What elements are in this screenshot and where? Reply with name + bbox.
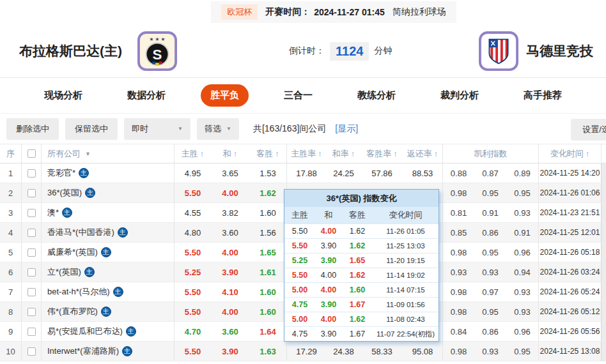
header-home-rate[interactable]: 主胜率↑ bbox=[286, 144, 326, 163]
row-number: 7 bbox=[0, 282, 21, 301]
tab-live-analysis[interactable]: 现场分析 bbox=[35, 84, 92, 107]
tab-referee-analysis[interactable]: 裁判分析 bbox=[431, 84, 488, 107]
keep-selected-button[interactable]: 保留选中 bbox=[65, 118, 118, 140]
change-time-cell: 2024-11-26 01:06 bbox=[538, 183, 601, 202]
row-action-cut[interactable] bbox=[601, 183, 606, 202]
row-action-cut[interactable] bbox=[601, 302, 606, 321]
draw-odds-cell: 3.60 bbox=[211, 322, 249, 341]
popup-draw-odds: 3.90 bbox=[315, 256, 342, 265]
company-cell[interactable]: 伟*(直布罗陀)主 bbox=[41, 302, 174, 321]
popup-away-odds: 1.65 bbox=[342, 256, 373, 265]
company-name: 易*(安提瓜和巴布达) bbox=[47, 326, 123, 337]
row-action-cut[interactable] bbox=[601, 243, 606, 262]
popup-header-1: 和 bbox=[315, 209, 342, 221]
row-checkbox[interactable] bbox=[27, 308, 36, 316]
row-checkbox[interactable] bbox=[27, 328, 36, 336]
tab-three-in-one[interactable]: 三合一 bbox=[274, 84, 322, 107]
header-checkbox-cell bbox=[21, 144, 41, 163]
company-cell[interactable]: 36*(英国)主 bbox=[41, 183, 174, 202]
popup-draw-odds: 4.00 bbox=[315, 315, 342, 324]
kelly-cell: 0.95 bbox=[474, 183, 506, 202]
draw-odds-cell: 3.90 bbox=[211, 342, 249, 361]
kelly-cell: 0.85 bbox=[442, 223, 474, 242]
home-team-block: 布拉格斯巴达(主) ★ ★ ★ S bbox=[19, 24, 177, 78]
company-cell[interactable]: 竞彩官*主 bbox=[41, 163, 174, 183]
company-cell[interactable]: 易*(安提瓜和巴布达)主 bbox=[41, 322, 174, 341]
row-action-cut[interactable] bbox=[601, 322, 606, 341]
header-home-odds[interactable]: 主胜↑ bbox=[174, 144, 211, 163]
tab-data-analysis[interactable]: 数据分析 bbox=[118, 84, 175, 107]
away-odds-cell: 1.60 bbox=[249, 302, 286, 321]
filter-select[interactable]: 筛选 ▼ bbox=[197, 118, 239, 140]
company-cell[interactable]: 香港马*(中国香港)主 bbox=[41, 223, 174, 242]
header-change-time[interactable]: 变化时间↑ bbox=[538, 144, 601, 163]
time-filter-select[interactable]: 即时 ▼ bbox=[124, 118, 190, 140]
header-draw-rate[interactable]: 和率↑ bbox=[326, 144, 361, 163]
delete-selected-button[interactable]: 删除选中 bbox=[6, 118, 59, 140]
row-checkbox[interactable] bbox=[27, 209, 36, 217]
row-number: 2 bbox=[0, 183, 21, 202]
popup-change-time: 11-09 01:56 bbox=[373, 301, 439, 308]
change-time-cell: 2024-11-26 05:18 bbox=[538, 243, 601, 262]
company-name: 竞彩官* bbox=[47, 167, 75, 179]
kelly-cell: 0.89 bbox=[506, 163, 538, 183]
row-action-cut[interactable] bbox=[601, 203, 606, 222]
row-action-cut[interactable] bbox=[601, 163, 606, 183]
row-checkbox[interactable] bbox=[27, 248, 36, 257]
settings-button[interactable]: 设置/选择 bbox=[571, 119, 606, 140]
company-cell[interactable]: Interwet*(塞浦路斯)主 bbox=[41, 342, 174, 361]
row-checkbox[interactable] bbox=[27, 268, 36, 277]
row-checkbox[interactable] bbox=[27, 229, 36, 237]
kelly-cell: 0.86 bbox=[474, 322, 506, 341]
row-checkbox[interactable] bbox=[27, 288, 36, 296]
header-away-odds[interactable]: 客胜↑ bbox=[249, 144, 286, 163]
header-company[interactable]: 所有公司 ▼ bbox=[41, 144, 174, 163]
row-number: 6 bbox=[0, 262, 21, 282]
sort-up-icon: ↑ bbox=[351, 149, 355, 158]
kelly-cell: 0.98 bbox=[442, 342, 474, 361]
row-action-cut[interactable] bbox=[601, 282, 606, 301]
home-rate-cell: 17.88 bbox=[286, 163, 326, 183]
company-cell[interactable]: 威廉希*(英国)主 bbox=[41, 243, 174, 262]
row-checkbox[interactable] bbox=[27, 169, 36, 178]
tab-win-draw-lose[interactable]: 胜平负 bbox=[201, 84, 249, 107]
kelly-cell: 0.88 bbox=[442, 163, 474, 183]
popup-change-time: 11-20 19:15 bbox=[373, 257, 439, 264]
header-return-rate[interactable]: 返还率↑ bbox=[403, 144, 442, 163]
home-odds-cell: 5.25 bbox=[174, 262, 211, 282]
header-away-rate[interactable]: 客胜率↑ bbox=[361, 144, 403, 163]
row-action-cut[interactable] bbox=[601, 223, 606, 242]
popup-draw-odds: 3.90 bbox=[315, 330, 342, 338]
popup-change-time: 11-07 22:54(初指) bbox=[373, 330, 439, 339]
popup-row: 5.253.901.6511-20 19:15 bbox=[284, 253, 439, 268]
company-cell[interactable]: bet-at-h*(马尔他)主 bbox=[41, 282, 174, 301]
row-action-cut[interactable] bbox=[601, 262, 606, 282]
company-cell[interactable]: 澳*主 bbox=[41, 203, 174, 222]
change-time-cell: 2024-11-23 21:51 bbox=[538, 203, 601, 222]
away-rate-cell: 57.86 bbox=[361, 163, 403, 183]
countdown-unit: 分钟 bbox=[374, 45, 392, 57]
row-action-cut[interactable] bbox=[601, 342, 606, 361]
popup-row: 5.503.901.6211-25 13:03 bbox=[284, 238, 439, 253]
header-draw-odds[interactable]: 和↑ bbox=[211, 144, 249, 163]
row-checkbox[interactable] bbox=[27, 189, 36, 197]
return-rate-cell: 88.53 bbox=[403, 163, 442, 183]
tab-coach-analysis[interactable]: 教练分析 bbox=[348, 84, 405, 107]
sort-up-icon: ↑ bbox=[393, 149, 398, 158]
kelly-cell: 0.96 bbox=[506, 243, 538, 262]
row-checkbox[interactable] bbox=[27, 347, 36, 356]
row-checkbox-cell bbox=[21, 163, 41, 183]
company-cell[interactable]: 立*(英国)主 bbox=[41, 262, 174, 282]
company-name: Interwet*(塞浦路斯) bbox=[47, 345, 119, 357]
kelly-cell: 0.98 bbox=[442, 243, 474, 262]
filter-caret-icon: ▼ bbox=[85, 151, 91, 157]
header-home-rate-label: 主胜率 bbox=[291, 148, 316, 160]
sort-up-icon: ↑ bbox=[275, 149, 279, 158]
show-link[interactable]: [显示] bbox=[335, 123, 358, 135]
popup-header-row: 主胜和客胜变化时间 bbox=[284, 207, 439, 224]
change-time-cell: 2024-11-26 03:24 bbox=[538, 262, 601, 282]
select-all-checkbox[interactable] bbox=[27, 149, 36, 158]
popup-home-odds: 5.00 bbox=[284, 285, 315, 294]
tab-expert-recommend[interactable]: 高手推荐 bbox=[514, 84, 571, 107]
draw-odds-cell: 4.00 bbox=[211, 183, 249, 202]
